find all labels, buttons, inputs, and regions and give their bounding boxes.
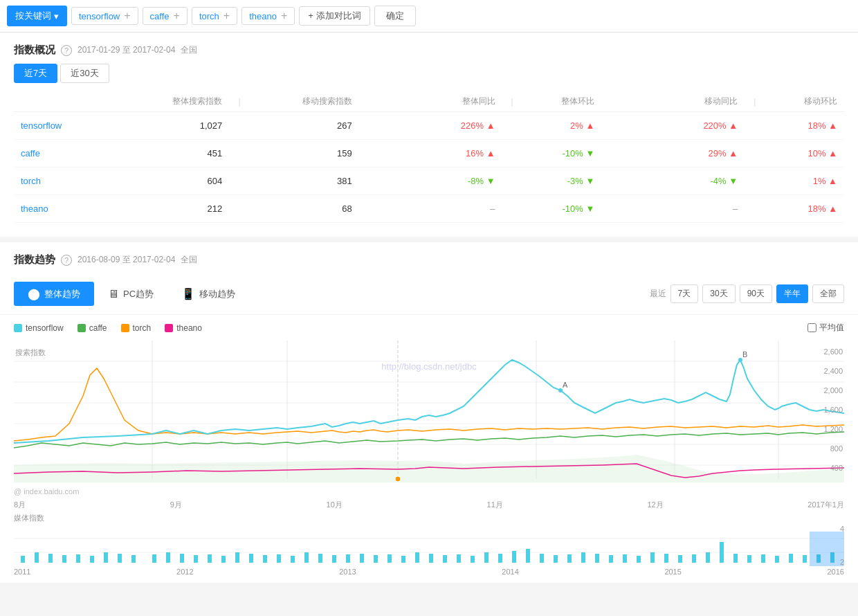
pc-icon: 🖥 — [108, 288, 119, 300]
svg-rect-60 — [595, 554, 599, 563]
chevron-icon: ▾ — [54, 11, 59, 21]
tab-overall-trend[interactable]: ⬤ 整体趋势 — [14, 282, 94, 306]
svg-rect-30 — [180, 554, 184, 563]
main-chart-svg: A B — [14, 341, 844, 486]
cell-mobile-search: 159 — [244, 140, 359, 167]
cell-mobile-mom: 18% ▲ — [758, 195, 844, 223]
svg-rect-56 — [540, 554, 544, 563]
confirm-button[interactable]: 确定 — [374, 6, 416, 26]
svg-rect-63 — [637, 556, 641, 563]
period-half-year[interactable]: 半年 — [776, 284, 808, 303]
cell-sep1 — [229, 140, 243, 167]
col-total-search: 整体搜索指数 — [113, 91, 229, 112]
trend-date-range: 2016-08-09 至 2017-02-04 — [77, 254, 175, 266]
svg-text:A: A — [563, 381, 568, 389]
cell-sep3 — [745, 167, 758, 195]
svg-rect-53 — [498, 554, 502, 563]
svg-rect-21 — [48, 554, 53, 563]
tag-caffe-close[interactable]: + — [174, 10, 180, 21]
cell-keyword[interactable]: caffe — [14, 140, 113, 167]
cell-mobile-wow: – — [657, 195, 745, 223]
year-2011: 2011 — [14, 568, 30, 576]
x-label-sep: 9月 — [170, 500, 182, 510]
cell-spacer2 — [601, 140, 657, 167]
mobile-icon: 📱 — [181, 287, 195, 300]
cell-spacer1 — [359, 167, 414, 195]
legend-tensorflow: tensorflow — [14, 323, 64, 333]
svg-text:B: B — [742, 350, 747, 359]
svg-rect-34 — [235, 552, 239, 563]
cell-mobile-mom: 10% ▲ — [758, 140, 844, 167]
svg-rect-40 — [318, 554, 322, 563]
legend-dot-torch — [121, 324, 129, 332]
x-axis-labels: 8月 9月 10月 11月 12月 2017年1月 — [14, 498, 844, 510]
media-chart-wrapper: 4 2 — [14, 525, 844, 566]
tab-pc-trend[interactable]: 🖥 PC趋势 — [94, 282, 167, 306]
overview-region: 全国 — [181, 44, 197, 56]
tab-7d[interactable]: 近7天 — [14, 64, 57, 83]
tag-caffe-label: caffe — [150, 11, 170, 21]
svg-rect-22 — [62, 555, 66, 563]
cell-keyword[interactable]: tensorflow — [14, 112, 113, 140]
avg-value-toggle[interactable]: 平均值 — [807, 322, 844, 334]
cell-spacer1 — [359, 195, 414, 223]
cell-keyword[interactable]: theano — [14, 195, 113, 223]
cell-mobile-search: 381 — [244, 167, 359, 195]
tab-30d[interactable]: 近30天 — [60, 64, 109, 83]
svg-rect-43 — [360, 554, 364, 563]
svg-rect-65 — [664, 554, 668, 563]
tab-pc-label: PC趋势 — [123, 288, 154, 300]
period-all[interactable]: 全部 — [812, 284, 844, 303]
tag-tensorflow-label: tensorflow — [79, 11, 120, 21]
keyword-button[interactable]: 按关键词 ▾ — [7, 6, 67, 26]
legend-label-theano: theano — [176, 323, 202, 333]
cell-total-wow: 226% ▲ — [414, 112, 502, 140]
svg-rect-42 — [346, 554, 350, 563]
tag-theano-close[interactable]: + — [281, 10, 287, 21]
overview-date-range: 2017-01-29 至 2017-02-04 — [77, 44, 175, 56]
tag-theano-label: theano — [249, 11, 277, 21]
cell-total-wow: 16% ▲ — [414, 140, 502, 167]
col-mobile-mom: 移动环比 — [758, 91, 844, 112]
tag-tensorflow-close[interactable]: + — [124, 10, 130, 21]
trend-help-icon[interactable]: ? — [61, 255, 72, 266]
cell-total-search: 1,027 — [113, 112, 229, 140]
cell-total-wow: -8% ▼ — [414, 167, 502, 195]
legend-label-caffe: caffe — [89, 323, 107, 333]
svg-rect-67 — [692, 554, 696, 563]
x-label-dec: 12月 — [647, 500, 663, 510]
svg-rect-38 — [291, 556, 295, 563]
avg-checkbox-input[interactable] — [807, 323, 816, 332]
cell-sep1 — [229, 195, 243, 223]
y-scale: 2,600 2,400 2,000 1,600 1,200 800 400 — [823, 347, 843, 472]
table-row: tensorflow 1,027 267 226% ▲ 2% ▲ 220% ▲ … — [14, 112, 844, 140]
top-bar: 按关键词 ▾ tensorflow + caffe + torch + thea… — [0, 0, 858, 33]
x-label-aug: 8月 — [14, 500, 26, 510]
cell-total-mom: 2% ▲ — [516, 112, 602, 140]
tab-mobile-trend[interactable]: 📱 移动趋势 — [167, 282, 249, 306]
svg-rect-27 — [131, 555, 136, 563]
cell-sep2 — [502, 195, 516, 223]
tag-torch-close[interactable]: + — [223, 10, 230, 21]
cell-total-search: 451 — [113, 140, 229, 167]
svg-rect-45 — [387, 554, 392, 563]
media-label: 媒体指数 — [14, 510, 844, 525]
add-compare-button[interactable]: + 添加对比词 — [299, 6, 370, 26]
cell-sep2 — [502, 112, 516, 140]
x-label-oct: 10月 — [327, 500, 343, 510]
tag-torch-label: torch — [199, 11, 219, 21]
cell-mobile-mom: 18% ▲ — [758, 112, 844, 140]
cell-keyword[interactable]: torch — [14, 167, 113, 195]
svg-rect-23 — [76, 554, 80, 563]
period-label: 最近 — [650, 288, 666, 300]
svg-rect-31 — [194, 555, 198, 563]
period-tabs: 近7天 近30天 — [14, 64, 844, 83]
overview-help-icon[interactable]: ? — [61, 45, 72, 56]
period-90d[interactable]: 90天 — [740, 284, 772, 303]
overall-icon: ⬤ — [28, 287, 40, 300]
cell-mobile-wow: 220% ▲ — [657, 112, 745, 140]
svg-rect-54 — [512, 551, 516, 563]
period-30d[interactable]: 30天 — [702, 284, 735, 303]
cell-total-mom: -10% ▼ — [516, 140, 602, 167]
period-7d[interactable]: 7天 — [670, 284, 699, 303]
